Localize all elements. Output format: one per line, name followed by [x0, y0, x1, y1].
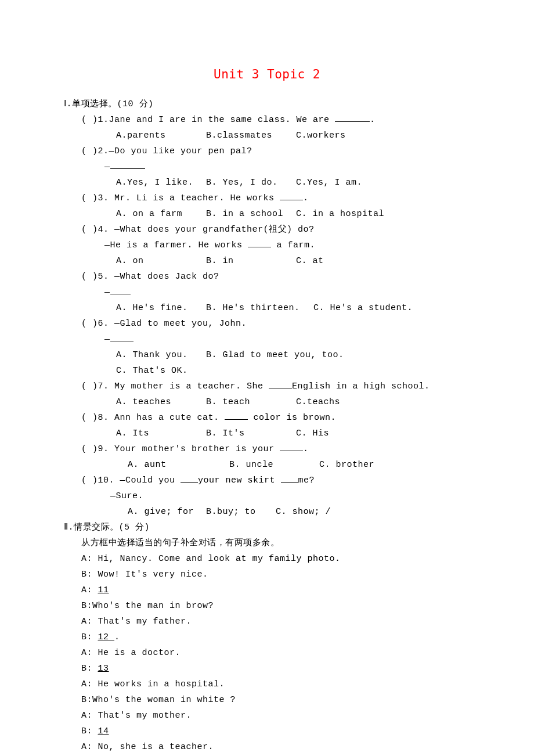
dlg-line-10: A: That's my mother. — [64, 708, 470, 723]
q7-stem2: English in a high school. — [292, 381, 430, 391]
q6-options-ab: A. Thank you.B. Glad to meet you, too. — [64, 347, 470, 363]
q2-dash: — — [64, 159, 470, 175]
q6: ( )6. —Glad to meet you, John. — [64, 316, 470, 332]
dlg-line-11: B: 14 — [64, 723, 470, 739]
q3-options: A. on a farmB. in a schoolC. in a hospit… — [64, 206, 470, 222]
blank — [110, 160, 145, 169]
blank — [110, 333, 134, 341]
q2-b: B. Yes, I do. — [206, 175, 296, 190]
q3-stem: ( )3. Mr. Li is a teacher. He works — [81, 193, 280, 203]
blank — [110, 286, 131, 294]
q4-stem: ( )4. —What does your grandfather(祖父) do… — [81, 225, 315, 235]
q1-options: A.parentsB.classmatesC.workers — [64, 128, 470, 143]
q5-b: B. He's thirteen. — [206, 300, 313, 316]
q4-a: A. on — [116, 253, 206, 269]
dlg-line-7: B: 13 — [64, 661, 470, 676]
blank — [280, 192, 303, 200]
q5-stem: ( )5. —What does Jack do? — [81, 272, 219, 282]
section-2-instr: 从方框中选择适当的句子补全对话，有两项多余。 — [64, 535, 470, 551]
blank — [225, 411, 248, 420]
blank — [335, 113, 370, 122]
dlg-line-2: A: 11 — [64, 582, 470, 598]
q5-c: C. He's a student. — [313, 303, 413, 313]
q1: ( )1.Jane and I are in the same class. W… — [64, 112, 470, 128]
q10-stem2: your new skirt — [198, 476, 281, 485]
q8: ( )8. Ann has a cute cat. color is brown… — [64, 410, 470, 426]
q7-a: A. teaches — [116, 394, 206, 410]
q6-dash: — — [64, 332, 470, 347]
q1-tail: . — [370, 115, 376, 125]
q8-stem1: ( )8. Ann has a cute cat. — [81, 413, 225, 423]
q8-stem2: color is brown. — [248, 413, 336, 423]
q5: ( )5. —What does Jack do? — [64, 269, 470, 285]
q7: ( )7. My mother is a teacher. She Englis… — [64, 379, 470, 394]
q9-options: A. auntB. uncleC. brother — [64, 457, 470, 473]
q7-options: A. teachesB. teachC.teachs — [64, 394, 470, 410]
q3: ( )3. Mr. Li is a teacher. He works . — [64, 190, 470, 206]
q1-c: C.workers — [296, 131, 346, 141]
dlg-line-6: A: He is a doctor. — [64, 645, 470, 661]
q2-a: A.Yes, I like. — [116, 175, 206, 190]
q4-options: A. onB. inC. at — [64, 253, 470, 269]
q3-c: C. in a hospital — [296, 209, 384, 219]
q7-c: C.teachs — [296, 397, 340, 407]
blank-14: 14 — [98, 726, 109, 736]
dlg-line-9: B:Who's the woman in white ? — [64, 692, 470, 708]
dlg-line-3: B:Who's the man in brow? — [64, 598, 470, 614]
blank — [181, 474, 198, 483]
q8-b: B. It's — [206, 426, 296, 441]
q10-stem1: ( )10. —Could you — [81, 476, 181, 485]
q9-a: A. aunt — [128, 457, 229, 473]
q9-stem1: ( )9. Your mother's brother is your — [81, 444, 280, 454]
q2-c: C.Yes, I am. — [296, 178, 362, 188]
q1-b: B.classmates — [206, 128, 296, 143]
q8-options: A. ItsB. It'sC. His — [64, 426, 470, 441]
q8-a: A. Its — [116, 426, 206, 441]
q9-stem2: . — [303, 444, 309, 454]
q5-a: A. He's fine. — [116, 300, 206, 316]
q4: ( )4. —What does your grandfather(祖父) do… — [64, 222, 470, 237]
q4-c: C. at — [296, 256, 324, 266]
blank — [281, 474, 298, 483]
q4-line2: —He is a farmer. He works a farm. — [64, 237, 470, 253]
q2: ( )2.—Do you like your pen pal? — [64, 143, 470, 159]
blank-13: 13 — [98, 664, 109, 674]
q3-b: B. in a school — [206, 206, 296, 222]
blank — [280, 442, 303, 451]
blank-12: 12 — [98, 632, 115, 642]
q10-a: A. give; for — [128, 504, 206, 520]
q10-b: B.buy; to — [206, 504, 276, 520]
q10-options: A. give; forB.buy; toC. show; / — [64, 504, 470, 520]
q7-b: B. teach — [206, 394, 296, 410]
q6-a: A. Thank you. — [116, 347, 206, 363]
q2-options: A.Yes, I like.B. Yes, I do.C.Yes, I am. — [64, 175, 470, 190]
q6-options-c: C. That's OK. — [64, 363, 470, 379]
blank — [269, 380, 292, 388]
dlg-line-4: A: That's my father. — [64, 614, 470, 629]
q6-b: B. Glad to meet you, too. — [206, 350, 344, 360]
blank — [248, 239, 271, 247]
page-title: Unit 3 Topic 2 — [64, 64, 470, 86]
q2-stem: ( )2.—Do you like your pen pal? — [81, 146, 252, 156]
q6-stem: ( )6. —Glad to meet you, John. — [81, 319, 247, 329]
q1-a: A.parents — [116, 128, 206, 143]
q9-c: C. brother — [319, 460, 374, 470]
q5-dash: — — [64, 285, 470, 300]
q3-a: A. on a farm — [116, 206, 206, 222]
dlg-line-0: A: Hi, Nancy. Come and look at my family… — [64, 551, 470, 567]
dlg-line-1: B: Wow! It's very nice. — [64, 567, 470, 582]
q10-c: C. show; / — [276, 507, 331, 517]
dlg-line-12: A: No, she is a teacher. — [64, 739, 470, 755]
dlg-line-5: B: 12 . — [64, 629, 470, 645]
q9-b: B. uncle — [229, 457, 319, 473]
section-2-label: Ⅱ.情景交际。(5 分) — [64, 520, 470, 535]
q8-c: C. His — [296, 429, 329, 438]
q10-stem3: me? — [298, 476, 315, 485]
dlg-line-8: A: He works in a hospital. — [64, 676, 470, 692]
q5-options: A. He's fine.B. He's thirteen.C. He's a … — [64, 300, 470, 316]
q1-stem: ( )1.Jane and I are in the same class. W… — [81, 115, 335, 125]
q10: ( )10. —Could you your new skirt me? — [64, 473, 470, 488]
q4-b: B. in — [206, 253, 296, 269]
q7-stem1: ( )7. My mother is a teacher. She — [81, 381, 269, 391]
blank-11: 11 — [98, 585, 109, 595]
